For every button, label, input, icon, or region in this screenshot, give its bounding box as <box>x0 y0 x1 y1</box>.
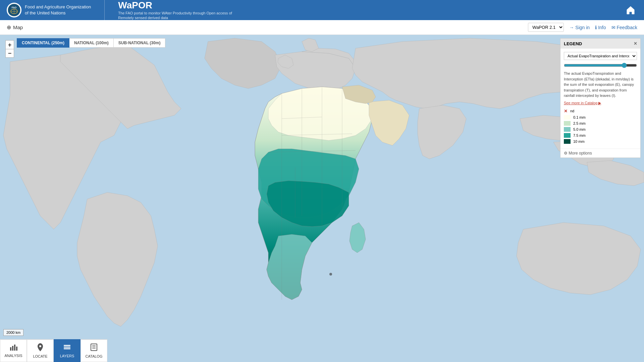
legend-panel: LEGEND × Actual EvapoTranspiration and I… <box>560 38 641 158</box>
opacity-slider[interactable] <box>564 63 637 68</box>
map-nav-item[interactable]: ⊕ Map <box>7 24 23 31</box>
color-swatch-0 <box>564 115 571 120</box>
svg-rect-23 <box>91 344 97 351</box>
tab-continental[interactable]: CONTINENTAL (250m) <box>17 38 69 48</box>
svg-rect-17 <box>14 345 15 351</box>
legend-label-1: 2.5 mm <box>573 121 586 125</box>
scale-label: 2000 km <box>6 330 20 335</box>
catalog-label: CATALOG <box>86 354 103 358</box>
color-swatch-1 <box>564 121 571 126</box>
app-subtitle: The FAO portal to monitor WAter Producti… <box>118 11 232 20</box>
catalog-icon <box>90 343 98 353</box>
color-swatch-4 <box>564 139 571 144</box>
feedback-link[interactable]: ✉ Feedback <box>611 25 637 30</box>
app-header: FAO Food and Agriculture Organization of… <box>0 0 644 20</box>
fao-logo: FAO <box>7 3 21 17</box>
resolution-tabs: CONTINENTAL (250m) NATIONAL (100m) SUB-N… <box>17 38 165 48</box>
legend-close-button[interactable]: × <box>634 41 637 47</box>
signin-link[interactable]: → Sign in <box>569 25 590 30</box>
bottom-toolbar: ANALYSIS LOCATE LAYERS <box>0 339 107 362</box>
legend-item-1: 2.5 mm <box>564 121 637 126</box>
analysis-button[interactable]: ANALYSIS <box>0 339 27 362</box>
locate-button[interactable]: LOCATE <box>27 339 54 362</box>
legend-item-3: 7.5 mm <box>564 133 637 138</box>
info-icon: ℹ <box>595 25 597 30</box>
catalog-button[interactable]: CATALOG <box>80 339 107 362</box>
layer-selector[interactable]: Actual EvapoTranspiration and Intercepti… <box>564 52 637 60</box>
svg-rect-18 <box>16 347 17 351</box>
wapor-title-area: WaPOR The FAO portal to monitor WAter Pr… <box>104 0 232 20</box>
analysis-icon <box>9 344 17 352</box>
analysis-label: ANALYSIS <box>5 354 22 358</box>
info-link[interactable]: ℹ Info <box>595 25 606 30</box>
legend-label-4: 10 mm <box>573 139 585 143</box>
map-container[interactable]: + − CONTINENTAL (250m) NATIONAL (100m) S… <box>0 35 644 362</box>
color-swatch-2 <box>564 127 571 132</box>
navbar-right: WaPOR 2.1 WaPOR 2.0 WaPOR 1.0 → Sign in … <box>528 23 637 32</box>
tab-national[interactable]: NATIONAL (100m) <box>69 38 114 48</box>
legend-item-4: 10 mm <box>564 139 637 144</box>
svg-text:FAO: FAO <box>12 6 17 9</box>
legend-item-nd: ✕ nd <box>564 109 637 114</box>
signin-icon: → <box>569 25 574 30</box>
navbar: ⊕ Map WaPOR 2.1 WaPOR 2.0 WaPOR 1.0 → Si… <box>0 20 644 35</box>
svg-rect-22 <box>64 348 70 349</box>
catalog-link[interactable]: See more in Catalog ▶ <box>564 101 601 105</box>
svg-rect-16 <box>12 346 13 351</box>
map-label: Map <box>13 24 23 30</box>
logo-area: FAO Food and Agriculture Organization of… <box>7 3 91 17</box>
legend-item-0: 0.1 mm <box>564 115 637 120</box>
world-map <box>0 35 644 362</box>
app-title: WaPOR <box>118 0 232 11</box>
scale-bar: 2000 km <box>3 329 23 336</box>
legend-items: ✕ nd 0.1 mm 2.5 mm 5.0 mm 7.5 mm <box>564 109 637 144</box>
more-options-button[interactable]: ⚙ More options <box>560 148 640 158</box>
legend-label-3: 7.5 mm <box>573 133 586 137</box>
locate-icon <box>37 343 44 353</box>
svg-rect-15 <box>10 347 11 351</box>
layers-label: LAYERS <box>60 354 74 358</box>
legend-title: LEGEND <box>564 41 582 46</box>
zoom-controls: + − <box>5 40 14 58</box>
color-swatch-3 <box>564 133 571 138</box>
feedback-icon: ✉ <box>611 25 615 30</box>
svg-rect-20 <box>64 345 70 346</box>
legend-header: LEGEND × <box>560 39 640 49</box>
home-button[interactable] <box>624 3 637 17</box>
legend-content: Actual EvapoTranspiration and Intercepti… <box>560 49 640 148</box>
legend-description: The actual EvapoTranspiration and Interc… <box>564 71 637 99</box>
layers-icon <box>63 344 71 353</box>
tab-subnational[interactable]: SUB-NATIONAL (30m) <box>114 38 166 48</box>
layers-button[interactable]: LAYERS <box>54 339 80 362</box>
org-name: Food and Agriculture Organization of the… <box>25 4 91 16</box>
zoom-out-button[interactable]: − <box>5 49 14 58</box>
svg-point-19 <box>39 345 41 347</box>
locate-label: LOCATE <box>33 354 47 358</box>
legend-label-2: 5.0 mm <box>573 127 586 131</box>
svg-point-14 <box>329 273 332 276</box>
nd-icon: ✕ <box>564 109 568 114</box>
zoom-in-button[interactable]: + <box>5 40 14 49</box>
version-selector[interactable]: WaPOR 2.1 WaPOR 2.0 WaPOR 1.0 <box>528 23 564 32</box>
nd-label: nd <box>570 109 574 113</box>
legend-item-2: 5.0 mm <box>564 127 637 132</box>
map-icon: ⊕ <box>7 24 11 31</box>
legend-label-0: 0.1 mm <box>573 115 586 119</box>
svg-rect-21 <box>64 347 70 348</box>
